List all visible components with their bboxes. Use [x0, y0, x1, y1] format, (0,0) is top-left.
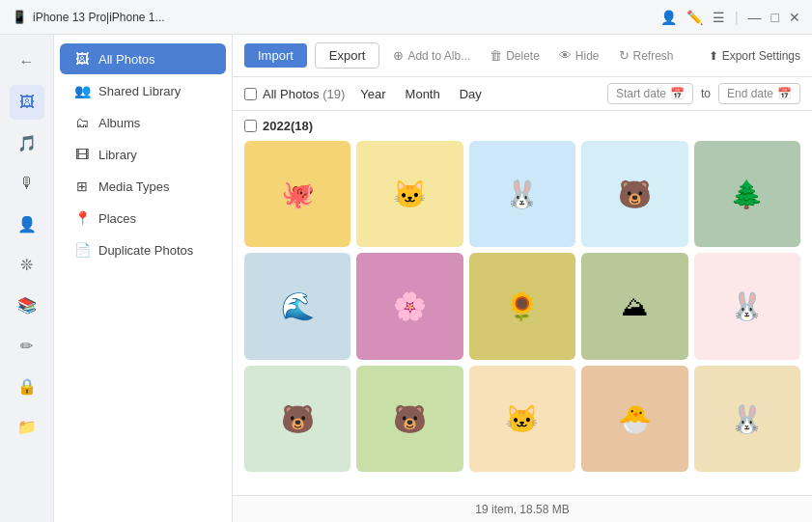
iconbar-podcasts[interactable]: 🎙	[10, 166, 44, 201]
photo-cell[interactable]: 🌲	[694, 141, 800, 247]
places-icon: 📍	[73, 210, 91, 226]
sidebar-item-media-types[interactable]: ⊞ Media Types	[60, 171, 226, 202]
sidebar-item-label: Duplicate Photos	[98, 243, 193, 258]
hide-icon: 👁	[559, 48, 572, 63]
albums-icon: 🗂	[73, 115, 91, 130]
sidebar-item-label: Shared Library	[98, 84, 181, 98]
photo-grid: 🐙🐱🐰🐻🌲🌊🌸🌻⛰🐰🐻🐻🐱🐣🐰	[244, 141, 800, 472]
photo-cell[interactable]: 🌸	[356, 253, 462, 359]
photo-cell[interactable]: 🐻	[356, 366, 462, 472]
delete-action[interactable]: 🗑 Delete	[484, 44, 546, 67]
add-icon: ⊕	[393, 48, 404, 63]
close-icon[interactable]: ✕	[789, 10, 800, 25]
sidebar-item-label: Library	[98, 148, 137, 162]
sidebar-item-label: Albums	[98, 116, 140, 130]
import-button[interactable]: Import	[244, 43, 307, 68]
toolbar: Import Export ⊕ Add to Alb... 🗑 Delete 👁…	[233, 35, 812, 77]
sidebar-item-label: Media Types	[98, 179, 169, 194]
export-settings-icon: ⬆	[709, 49, 718, 63]
refresh-action[interactable]: ↻ Refresh	[613, 44, 680, 67]
icon-bar: ← 🖼 🎵 🎙 👤 ❊ 📚 ✏ 🔒 📁	[0, 35, 54, 522]
date-range-group: Start date 📅 to End date 📅	[607, 83, 800, 104]
main-layout: ← 🖼 🎵 🎙 👤 ❊ 📚 ✏ 🔒 📁 🖼 All Photos 👥 Share…	[0, 35, 812, 522]
year-tab[interactable]: Year	[356, 85, 389, 103]
content-area: Import Export ⊕ Add to Alb... 🗑 Delete 👁…	[233, 35, 812, 522]
day-tab[interactable]: Day	[456, 85, 486, 103]
duplicate-photos-icon: 📄	[73, 242, 91, 258]
sidebar-item-library[interactable]: 🎞 Library	[60, 139, 226, 170]
all-photos-checkbox-group: All Photos (19)	[244, 87, 345, 101]
year-label-group: 2022(18)	[244, 119, 800, 133]
iconbar-phone[interactable]: 🔒	[10, 369, 44, 403]
sidebar-item-label: All Photos	[98, 52, 155, 67]
photo-cell[interactable]: 🐰	[469, 141, 575, 247]
all-photos-checkbox[interactable]	[244, 88, 257, 100]
titlebar-title: iPhone 13 Pro|iPhone 1...	[33, 11, 165, 24]
calendar-icon: 📅	[670, 87, 685, 100]
photo-cell[interactable]: 🐙	[244, 141, 350, 247]
export-button[interactable]: Export	[315, 42, 380, 69]
photo-cell[interactable]: 🐱	[469, 366, 575, 472]
photo-cell[interactable]: 🐱	[356, 141, 462, 247]
hide-action[interactable]: 👁 Hide	[553, 44, 605, 67]
calendar-end-icon: 📅	[777, 87, 792, 100]
add-to-album-action[interactable]: ⊕ Add to Alb...	[387, 44, 476, 67]
maximize-icon[interactable]: □	[771, 10, 779, 25]
account-icon[interactable]: 👤	[660, 10, 677, 25]
sidebar-item-all-photos[interactable]: 🖼 All Photos	[60, 43, 226, 74]
month-tab[interactable]: Month	[402, 85, 444, 103]
media-types-icon: ⊞	[73, 179, 91, 194]
year-label: 2022(18)	[263, 119, 313, 133]
photo-cell[interactable]: 🐰	[694, 253, 800, 359]
export-settings-button[interactable]: ⬆ Export Settings	[709, 49, 800, 63]
status-label: 19 item, 18.58 MB	[475, 503, 569, 516]
titlebar-controls: 👤 ✏️ ☰ | — □ ✕	[660, 10, 800, 25]
minimize-icon[interactable]: —	[748, 10, 762, 25]
photo-cell[interactable]: 🐻	[244, 366, 350, 472]
menu-icon[interactable]: ☰	[713, 10, 725, 25]
delete-icon: 🗑	[490, 48, 502, 63]
photo-cell[interactable]: 🐰	[694, 366, 800, 472]
refresh-icon: ↻	[619, 48, 630, 63]
end-date-input[interactable]: End date 📅	[718, 83, 800, 104]
shared-library-icon: 👥	[73, 83, 91, 98]
iconbar-music[interactable]: 🎵	[10, 125, 44, 160]
titlebar-left: 📱 iPhone 13 Pro|iPhone 1...	[12, 10, 165, 24]
sidebar-item-albums[interactable]: 🗂 Albums	[60, 107, 226, 138]
divider: |	[735, 10, 739, 25]
iconbar-back[interactable]: ←	[10, 44, 44, 79]
all-photos-icon: 🖼	[73, 51, 91, 67]
library-icon: 🎞	[73, 147, 91, 162]
iconbar-photos[interactable]: 🖼	[10, 85, 44, 120]
iconbar-contacts[interactable]: 👤	[10, 206, 44, 241]
edit-icon[interactable]: ✏️	[686, 10, 703, 25]
sidebar-item-label: Places	[98, 211, 136, 226]
sidebar-item-shared-library[interactable]: 👥 Shared Library	[60, 75, 226, 106]
filter-bar: All Photos (19) Year Month Day Start dat…	[233, 77, 812, 111]
photo-cell[interactable]: 🌻	[469, 253, 575, 359]
all-photos-filter-label: All Photos (19)	[263, 87, 345, 101]
device-icon: 📱	[12, 10, 27, 24]
photo-cell[interactable]: 🐣	[581, 366, 687, 472]
iconbar-apps[interactable]: ❊	[10, 247, 44, 282]
iconbar-books[interactable]: 📚	[10, 288, 44, 322]
photo-grid-container: 2022(18) 🐙🐱🐰🐻🌲🌊🌸🌻⛰🐰🐻🐻🐱🐣🐰	[233, 111, 812, 495]
year-checkbox[interactable]	[244, 120, 257, 132]
sidebar-item-places[interactable]: 📍 Places	[60, 203, 226, 234]
photo-cell[interactable]: ⛰	[581, 253, 687, 359]
iconbar-edit[interactable]: ✏	[10, 328, 44, 363]
photo-cell[interactable]: 🌊	[244, 253, 350, 359]
sidebar-item-duplicate-photos[interactable]: 📄 Duplicate Photos	[60, 234, 226, 265]
iconbar-folder[interactable]: 📁	[10, 409, 44, 444]
status-bar: 19 item, 18.58 MB	[233, 495, 812, 522]
photo-cell[interactable]: 🐻	[581, 141, 687, 247]
start-date-input[interactable]: Start date 📅	[607, 83, 693, 104]
titlebar: 📱 iPhone 13 Pro|iPhone 1... 👤 ✏️ ☰ | — □…	[0, 0, 812, 35]
date-to-label: to	[701, 87, 711, 100]
sidebar: 🖼 All Photos 👥 Shared Library 🗂 Albums 🎞…	[54, 35, 233, 522]
